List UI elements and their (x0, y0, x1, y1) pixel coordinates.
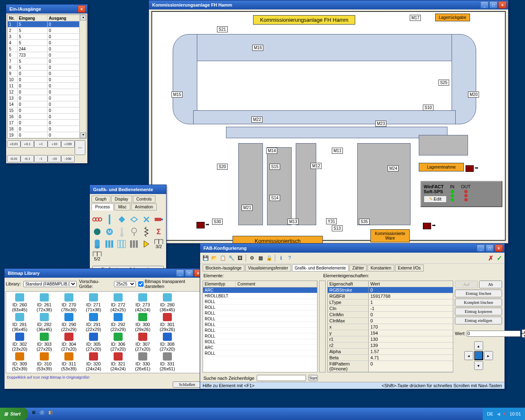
io-scrollbar[interactable]: ▴ ▾ (80, 15, 86, 138)
grid-icon[interactable]: ▦ (257, 254, 264, 262)
fab-wert-input[interactable] (467, 331, 520, 337)
palette-icon-motor-h[interactable] (154, 215, 164, 224)
fab-prop-row[interactable]: FillPattern (0=none)0 (328, 361, 453, 372)
palette-icon-valve-1[interactable] (117, 215, 127, 224)
bmp-icon-cell[interactable]: ID: 271 (71x38) (82, 293, 105, 312)
scroll-up-icon[interactable]: ▴ (80, 15, 86, 21)
step-plus-button[interactable]: +10 (48, 140, 61, 148)
step-minus-button[interactable]: -0.01 (7, 155, 21, 162)
bmp-icon-cell[interactable]: ID: 304 (27x20) (57, 333, 81, 352)
bmp-icon-cell[interactable]: ID: 280 (36x45) (155, 293, 179, 312)
fab-list-row[interactable]: ROLL (203, 328, 317, 333)
io-row[interactable]: 850 (8, 64, 80, 71)
tray-icon-k[interactable]: K (503, 411, 507, 416)
palette-icon-cyl-group-3[interactable] (129, 239, 139, 249)
palette-titlebar[interactable]: Grafik- und Bedienelemente (90, 185, 166, 194)
palette-icon-bulb[interactable] (129, 227, 139, 237)
fab-list-row[interactable]: ROLL (203, 299, 317, 305)
fab-tab[interactable]: Zähler (349, 265, 367, 272)
fab-prop-row[interactable]: CIn-1 (328, 306, 453, 312)
fab-list-row[interactable]: ROLL (203, 316, 317, 322)
fab-list-row[interactable]: ROLL (203, 333, 317, 339)
bmp-icon-cell[interactable]: ID: 301 (29x26) (155, 313, 179, 332)
fab-list-row[interactable]: ROLL (203, 310, 317, 316)
palette-icon-chain[interactable] (92, 215, 102, 224)
fab-prop-row[interactable]: r2139 (328, 342, 453, 349)
bmp-icon-cell[interactable]: ID: 302 (23x20) (8, 333, 32, 352)
help-icon[interactable]: ? (286, 254, 293, 262)
gear-icon[interactable]: ⚙ (248, 254, 256, 262)
bmp-icon-cell[interactable]: ID: 303 (27x20) (32, 333, 56, 352)
io-row[interactable]: 150 (8, 21, 80, 27)
bmp-icon-cell[interactable]: ID: 260 (83x45) (8, 293, 32, 312)
bmp-icon-cell[interactable]: ID: 311 (53x39) (57, 352, 81, 371)
bmp-icon-cell[interactable]: ID: 281 (36x45) (8, 313, 32, 332)
bmp-icon-cell[interactable]: ID: 331 (26x61) (155, 352, 179, 371)
bmp-icon-cell[interactable]: ID: 292 (22x29) (106, 313, 130, 332)
nav-down-button[interactable]: ▾ (474, 361, 483, 370)
bmp-icon-cell[interactable]: ID: 310 (53x39) (32, 352, 56, 371)
bmp-library-select[interactable]: Standard (FABBMPLIB.DLL) (23, 281, 77, 287)
fab-paste-button[interactable]: Eintrag einfügen (455, 317, 502, 324)
io-row[interactable]: 750 (8, 58, 80, 64)
fab-list-row[interactable]: ROLL (203, 339, 317, 345)
quicklaunch-ie-icon[interactable]: ⓔ (40, 410, 47, 418)
bmp-icon-cell[interactable]: ID: 320 (24x24) (82, 352, 105, 371)
fab-ab-button[interactable]: Ab (479, 281, 502, 288)
palette-tab[interactable]: Animation (131, 203, 157, 210)
start-button[interactable]: ⊞Start (0, 408, 28, 420)
bmp-icon-cell[interactable]: ID: 291 (22x29) (82, 313, 105, 332)
palette-icon-thermometer[interactable] (117, 227, 127, 237)
io-row[interactable]: 1000 (8, 77, 80, 83)
fab-list-row[interactable]: HROLLBELT (203, 293, 317, 299)
io-row[interactable]: 1700 (8, 120, 80, 126)
step-plus-button[interactable]: +0.1 (21, 140, 34, 148)
io-table[interactable]: Nr. Eingang Ausgang 15025035045052440672… (7, 14, 87, 139)
sps-edit-button[interactable]: ✎ Edit (424, 196, 447, 203)
palette-tab[interactable]: Graph (91, 196, 110, 203)
bmp-preview-select[interactable]: 25x25 (114, 281, 135, 287)
palette-icon-cylinder-1[interactable] (92, 239, 102, 249)
fab-list-row[interactable]: ARC (203, 345, 317, 351)
nav-center-button[interactable] (474, 351, 483, 360)
lock-icon[interactable]: 🔒 (265, 254, 273, 262)
list-header-comment[interactable]: Comment (236, 281, 317, 287)
list-header-type[interactable]: Elementtyp (203, 281, 236, 287)
io-col-ausgang[interactable]: Ausgang (47, 15, 79, 21)
io-row[interactable]: 52440 (8, 46, 80, 52)
maximize-button[interactable]: □ (489, 1, 498, 9)
fab-prop-row[interactable]: CInMin0 (328, 312, 453, 318)
fab-tab[interactable]: Blockein-/ausgänge (203, 265, 244, 272)
bmp-icon-cell[interactable]: ID: 305 (27x20) (82, 333, 105, 352)
bmp-icon-cell[interactable]: ID: 308 (27x20) (155, 333, 179, 352)
io-row[interactable]: 67230 (8, 52, 80, 58)
prop-header-val[interactable]: Wert (369, 281, 453, 287)
palette-icon-valve32[interactable]: 3/2 (154, 239, 164, 249)
palette-icon-wheel-1[interactable] (92, 227, 102, 237)
fab-prop-row[interactable]: x170 (328, 324, 453, 330)
bmp-icon-cell[interactable]: ID: 273 (42x24) (131, 293, 155, 312)
palette-icon-cyl-group-2[interactable] (117, 239, 127, 249)
fab-delete-all-button[interactable]: Komplett löschen (455, 299, 502, 306)
wert-up-button[interactable]: ▴ (522, 329, 525, 333)
fab-search-button[interactable]: Start (308, 375, 318, 381)
bmp-icon-cell[interactable]: ID: 290 (22x29) (57, 313, 81, 332)
fab-list-row[interactable]: ROLL (203, 305, 317, 310)
fab-tab[interactable]: Grafik- und Bedienelemente (292, 265, 349, 272)
fab-prop-row[interactable]: Alpha1.57 (328, 349, 453, 355)
fab-list-row[interactable]: ARC (203, 288, 317, 293)
io-col-eingang[interactable]: Eingang (18, 15, 48, 21)
ok-icon[interactable]: ✓ (495, 254, 503, 262)
fab-maximize-button[interactable]: □ (486, 244, 494, 252)
cancel-icon[interactable]: ✗ (487, 254, 494, 262)
io-row[interactable]: 450 (8, 40, 80, 46)
palette-icon-wheel-m[interactable]: M (105, 227, 114, 237)
quicklaunch-app-icon[interactable]: ◧ (48, 410, 56, 418)
main-titlebar[interactable]: Kommissionierungsanlage FH Hamm _ □ × (149, 0, 508, 9)
palette-icon-cyl-group-1[interactable] (105, 239, 114, 249)
quicklaunch-desktop-icon[interactable]: 🖥 (31, 410, 39, 418)
fab-search-input[interactable] (257, 375, 306, 381)
io-row[interactable]: 1200 (8, 89, 80, 95)
io-more-button[interactable]: >> (75, 140, 85, 155)
step-minus-button[interactable]: -100 (61, 155, 75, 162)
